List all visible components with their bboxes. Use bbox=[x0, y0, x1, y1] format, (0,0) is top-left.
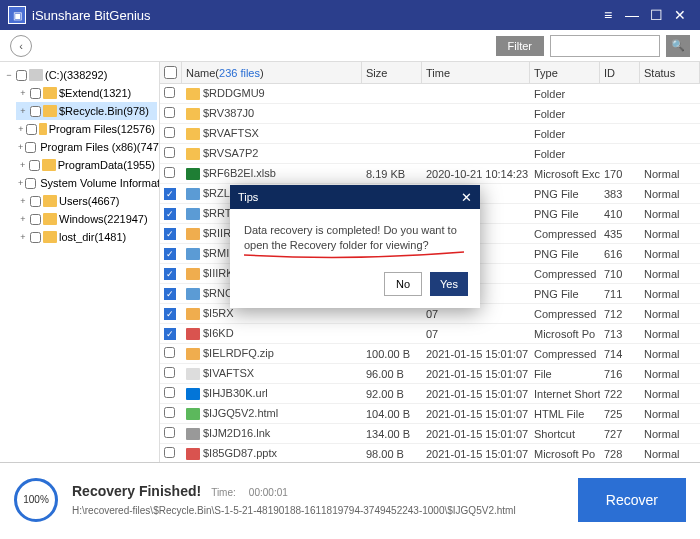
select-all-checkbox[interactable] bbox=[164, 66, 177, 79]
tree-item[interactable]: +Windows(221947) bbox=[16, 210, 157, 228]
row-checkbox-checked[interactable]: ✓ bbox=[164, 268, 176, 280]
table-row[interactable]: $RVAFTSXFolder bbox=[160, 124, 700, 144]
tree-item[interactable]: +Program Files(12576) bbox=[16, 120, 157, 138]
row-checkbox-checked[interactable]: ✓ bbox=[164, 228, 176, 240]
dialog-close-button[interactable]: ✕ bbox=[461, 190, 472, 205]
table-row[interactable]: ✓$I6KD07Microsoft Po713Normal bbox=[160, 324, 700, 344]
tree-checkbox[interactable] bbox=[25, 178, 36, 189]
dialog-no-button[interactable]: No bbox=[384, 272, 422, 296]
tree-item[interactable]: +Users(4667) bbox=[16, 192, 157, 210]
col-name[interactable]: Name( 236 files ) bbox=[182, 62, 362, 83]
folder-icon bbox=[43, 213, 57, 225]
file-name: $IVAFTSX bbox=[203, 367, 254, 379]
col-size[interactable]: Size bbox=[362, 62, 422, 83]
file-icon bbox=[186, 128, 200, 140]
table-row[interactable]: $RDDGMU9Folder bbox=[160, 84, 700, 104]
file-id: 616 bbox=[600, 248, 640, 260]
row-checkbox[interactable] bbox=[164, 367, 175, 378]
row-checkbox-checked[interactable]: ✓ bbox=[164, 188, 176, 200]
file-status: Normal bbox=[640, 308, 700, 320]
col-type[interactable]: Type bbox=[530, 62, 600, 83]
row-checkbox[interactable] bbox=[164, 427, 175, 438]
row-checkbox[interactable] bbox=[164, 167, 175, 178]
file-time: 2021-01-15 15:01:07 bbox=[422, 388, 530, 400]
tree-item[interactable]: +System Volume Information(6) bbox=[16, 174, 157, 192]
tree-label: lost_dir(1481) bbox=[59, 231, 126, 243]
file-icon bbox=[186, 168, 200, 180]
table-row[interactable]: $RF6B2El.xlsb8.19 KB2020-10-21 10:14:23M… bbox=[160, 164, 700, 184]
file-type: HTML File bbox=[530, 408, 600, 420]
file-name: $RV387J0 bbox=[203, 107, 254, 119]
footer: 100% Recovery Finished!Time: 00:00:01 H:… bbox=[0, 462, 700, 536]
file-type: Folder bbox=[530, 108, 600, 120]
file-id: 713 bbox=[600, 328, 640, 340]
file-type: PNG File bbox=[530, 248, 600, 260]
table-row[interactable]: $IHJB30K.url92.00 B2021-01-15 15:01:07In… bbox=[160, 384, 700, 404]
row-checkbox[interactable] bbox=[164, 347, 175, 358]
tree-checkbox[interactable] bbox=[25, 142, 36, 153]
row-checkbox[interactable] bbox=[164, 87, 175, 98]
dialog-yes-button[interactable]: Yes bbox=[430, 272, 468, 296]
row-checkbox-checked[interactable]: ✓ bbox=[164, 308, 176, 320]
table-row[interactable]: $RVSA7P2Folder bbox=[160, 144, 700, 164]
close-button[interactable]: ✕ bbox=[668, 3, 692, 27]
file-icon bbox=[186, 368, 200, 380]
file-id: 712 bbox=[600, 308, 640, 320]
search-input[interactable] bbox=[550, 35, 660, 57]
file-icon bbox=[186, 148, 200, 160]
tree-checkbox[interactable] bbox=[30, 214, 41, 225]
file-type: File bbox=[530, 368, 600, 380]
recovery-status-title: Recovery Finished! bbox=[72, 483, 201, 499]
tree-root[interactable]: −(C:)(338292) bbox=[2, 66, 157, 84]
row-checkbox[interactable] bbox=[164, 407, 175, 418]
table-header: Name( 236 files ) Size Time Type ID Stat… bbox=[160, 62, 700, 84]
tree-item[interactable]: +Program Files (x86)(7470) bbox=[16, 138, 157, 156]
file-status: Normal bbox=[640, 328, 700, 340]
file-type: Compressed ( bbox=[530, 228, 600, 240]
table-row[interactable]: $IELRDFQ.zip100.00 B2021-01-15 15:01:07C… bbox=[160, 344, 700, 364]
annotation-underline bbox=[244, 251, 464, 259]
tree-checkbox[interactable] bbox=[29, 160, 40, 171]
tree-checkbox[interactable] bbox=[30, 232, 41, 243]
tree-checkbox[interactable] bbox=[16, 70, 27, 81]
row-checkbox-checked[interactable]: ✓ bbox=[164, 328, 176, 340]
file-icon bbox=[186, 228, 200, 240]
tree-checkbox[interactable] bbox=[30, 106, 41, 117]
row-checkbox-checked[interactable]: ✓ bbox=[164, 248, 176, 260]
row-checkbox[interactable] bbox=[164, 447, 175, 458]
row-checkbox[interactable] bbox=[164, 127, 175, 138]
table-row[interactable]: $IVAFTSX96.00 B2021-01-15 15:01:07File71… bbox=[160, 364, 700, 384]
tips-dialog: Tips ✕ Data recovery is completed! Do yo… bbox=[230, 185, 480, 308]
tree-checkbox[interactable] bbox=[30, 196, 41, 207]
col-id[interactable]: ID bbox=[600, 62, 640, 83]
tree-item[interactable]: +ProgramData(1955) bbox=[16, 156, 157, 174]
row-checkbox[interactable] bbox=[164, 107, 175, 118]
tree-item-selected[interactable]: +$Recycle.Bin(978) bbox=[16, 102, 157, 120]
minimize-button[interactable]: — bbox=[620, 3, 644, 27]
file-time: 07 bbox=[422, 328, 530, 340]
row-checkbox[interactable] bbox=[164, 387, 175, 398]
tree-item[interactable]: +lost_dir(1481) bbox=[16, 228, 157, 246]
menu-icon[interactable]: ≡ bbox=[596, 3, 620, 27]
filter-button[interactable]: Filter bbox=[496, 36, 544, 56]
tree-checkbox[interactable] bbox=[26, 124, 37, 135]
col-time[interactable]: Time bbox=[422, 62, 530, 83]
row-checkbox-checked[interactable]: ✓ bbox=[164, 288, 176, 300]
search-button[interactable]: 🔍 bbox=[666, 35, 690, 57]
table-row[interactable]: $RV387J0Folder bbox=[160, 104, 700, 124]
file-status: Normal bbox=[640, 228, 700, 240]
row-checkbox[interactable] bbox=[164, 147, 175, 158]
table-row[interactable]: $IJM2D16.lnk134.00 B2021-01-15 15:01:07S… bbox=[160, 424, 700, 444]
table-row[interactable]: $I85GD87.pptx98.00 B2021-01-15 15:01:07M… bbox=[160, 444, 700, 462]
maximize-button[interactable]: ☐ bbox=[644, 3, 668, 27]
file-name: $RF6B2El.xlsb bbox=[203, 167, 276, 179]
table-row[interactable]: $IJGQ5V2.html104.00 B2021-01-15 15:01:07… bbox=[160, 404, 700, 424]
file-time: 2020-10-21 10:14:23 bbox=[422, 168, 530, 180]
col-status[interactable]: Status bbox=[640, 62, 700, 83]
file-type: Microsoft Po bbox=[530, 328, 600, 340]
row-checkbox-checked[interactable]: ✓ bbox=[164, 208, 176, 220]
tree-checkbox[interactable] bbox=[30, 88, 41, 99]
recover-button[interactable]: Recover bbox=[578, 478, 686, 522]
back-button[interactable]: ‹ bbox=[10, 35, 32, 57]
tree-item[interactable]: +$Extend(1321) bbox=[16, 84, 157, 102]
